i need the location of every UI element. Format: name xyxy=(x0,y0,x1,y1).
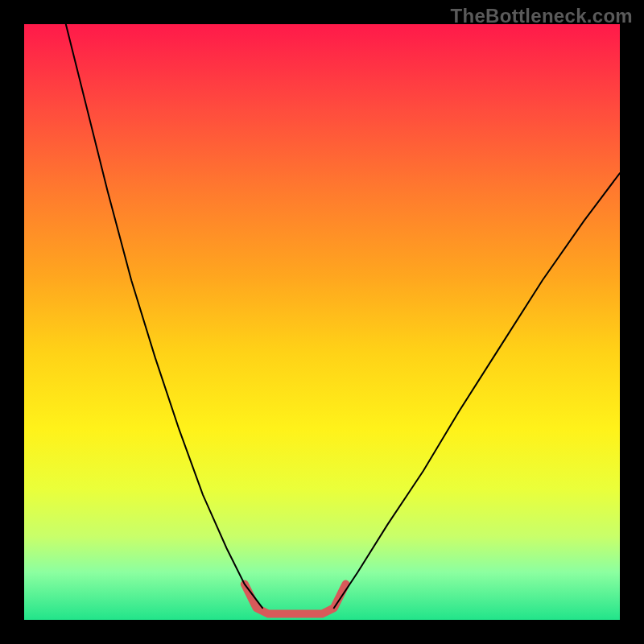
trough-marker-path xyxy=(245,584,346,614)
curve-layer xyxy=(24,24,620,620)
left-branch-path xyxy=(66,24,262,608)
right-branch-path xyxy=(334,173,620,608)
plot-area xyxy=(24,24,620,620)
chart-frame: TheBottleneck.com xyxy=(0,0,644,644)
